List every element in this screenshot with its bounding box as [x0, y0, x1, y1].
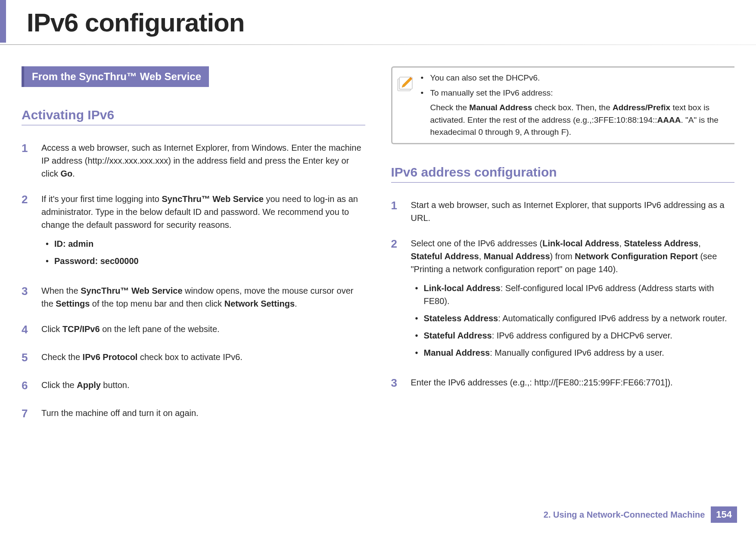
step-6: 6 Click the Apply button. — [22, 377, 365, 394]
bold-label: Stateful Address — [424, 331, 492, 340]
text: check box. Then, the — [532, 103, 613, 112]
bold-netconfig-report: Network Configuration Report — [575, 251, 698, 261]
subsection-ipv6-address-config: IPv6 address configuration — [391, 165, 735, 183]
text: Select one of the IPv6 addresses ( — [411, 239, 543, 248]
bullet-dot: • — [411, 282, 424, 307]
bullet-password: • Password: sec00000 — [41, 255, 365, 267]
step-body: Check the IPv6 Protocol check box to act… — [41, 349, 243, 366]
note-pencil-icon — [397, 74, 415, 92]
bold-ipv6-protocol: IPv6 Protocol — [83, 352, 138, 362]
note-text: You can also set the DHCPv6. — [430, 72, 540, 84]
step-number: 6 — [22, 377, 41, 394]
content-columns: From the SyncThru™ Web Service Activatin… — [0, 45, 756, 433]
step-body: Select one of the IPv6 addresses (Link-l… — [411, 236, 735, 363]
desc: : Manually configured IPv6 address by a … — [490, 348, 664, 357]
address-types-list: • Link-local Address: Self-configured lo… — [411, 282, 735, 359]
bold-go: Go — [60, 169, 72, 178]
footer-page-number: 154 — [711, 506, 737, 523]
bold-id: ID: admin — [54, 239, 93, 248]
text: , — [479, 251, 484, 261]
step-body: Click the Apply button. — [41, 377, 130, 394]
desc: : IPv6 address configured by a DHCPv6 se… — [492, 331, 672, 340]
bold-stateful: Stateful Address — [411, 251, 479, 261]
bullet-dot: • — [41, 255, 54, 267]
note-body: • You can also set the DHCPv6. • To manu… — [421, 72, 731, 139]
bullet-text: Stateless Address: Automatically configu… — [424, 312, 735, 325]
note-bullet-2: • To manually set the IPv6 address: — [421, 87, 731, 99]
bullet-dot: • — [411, 346, 424, 359]
step-number: 4 — [22, 321, 41, 338]
bold-manual: Manual Address — [484, 251, 550, 261]
step-body: If it's your first time logging into Syn… — [41, 191, 365, 272]
bullet-id: • ID: admin — [41, 237, 365, 250]
bullet-dot: • — [41, 237, 54, 250]
bold-manual-address: Manual Address — [469, 103, 532, 112]
bullet-text: ID: admin — [54, 237, 365, 250]
bullet-dot: • — [411, 312, 424, 325]
step-7: 7 Turn the machine off and turn it on ag… — [22, 405, 365, 422]
note-bullet-1: • You can also set the DHCPv6. — [421, 72, 731, 84]
desc: : Automatically configured IPv6 address … — [498, 314, 727, 323]
step-3: 3 Enter the IPv6 addresses (e.g.,: http:… — [391, 375, 735, 391]
bold-stateless: Stateless Address — [624, 239, 699, 248]
text: Check the — [41, 352, 83, 362]
step-1: 1 Start a web browser, such as Internet … — [391, 197, 735, 224]
text: When the — [41, 286, 81, 295]
note-sub-text: Check the Manual Address check box. Then… — [421, 102, 731, 139]
text: Click the — [41, 380, 77, 390]
bullet-dot: • — [411, 329, 424, 342]
text: . — [72, 169, 75, 178]
left-column: From the SyncThru™ Web Service Activatin… — [22, 66, 365, 433]
text: . — [295, 299, 297, 308]
bullet-linklocal: • Link-local Address: Self-configured lo… — [411, 282, 735, 307]
text: If it's your first time logging into — [41, 194, 162, 204]
bold-address-prefix: Address/Prefix — [613, 103, 670, 112]
credentials-list: • ID: admin • Password: sec00000 — [41, 237, 365, 267]
right-column: • You can also set the DHCPv6. • To manu… — [391, 66, 735, 433]
step-2: 2 Select one of the IPv6 addresses (Link… — [391, 236, 735, 363]
footer: 2. Using a Network-Connected Machine 154 — [544, 506, 737, 523]
text: Turn the machine off and turn it on agai… — [41, 408, 199, 418]
step-number: 3 — [391, 375, 411, 391]
text: Access a web browser, such as Internet E… — [41, 143, 361, 178]
text: , — [619, 239, 624, 248]
text: Check the — [430, 103, 470, 112]
text: Enter the IPv6 addresses (e.g.,: http://… — [411, 378, 673, 387]
text: Click — [41, 324, 62, 334]
text: , — [698, 239, 701, 248]
bullet-text: Link-local Address: Self-configured loca… — [424, 282, 735, 307]
bold-network-settings: Network Settings — [224, 299, 295, 308]
step-body: When the SyncThru™ Web Service window op… — [41, 283, 365, 310]
step-4: 4 Click TCP/IPv6 on the left pane of the… — [22, 321, 365, 338]
step-body: Access a web browser, such as Internet E… — [41, 140, 365, 180]
step-number: 1 — [22, 140, 41, 180]
bullet-stateful: • Stateful Address: IPv6 address configu… — [411, 329, 735, 342]
step-body: Click TCP/IPv6 on the left pane of the w… — [41, 321, 220, 338]
bold-apply: Apply — [77, 380, 101, 390]
note-text: To manually set the IPv6 address: — [430, 87, 553, 99]
step-2: 2 If it's your first time logging into S… — [22, 191, 365, 272]
step-number: 2 — [22, 191, 41, 272]
step-number: 3 — [22, 283, 41, 310]
bold-aaaa: AAAA — [657, 115, 681, 124]
text: of the top menu bar and then click — [90, 299, 224, 308]
subsection-activating-ipv6: Activating IPv6 — [22, 108, 365, 125]
step-number: 1 — [391, 197, 411, 224]
section-banner-syncthru: From the SyncThru™ Web Service — [22, 66, 209, 87]
bold-settings: Settings — [56, 299, 90, 308]
bullet-dot: • — [421, 72, 430, 84]
text: ) from — [550, 251, 575, 261]
bold-label: Link-local Address — [424, 283, 501, 293]
step-body: Turn the machine off and turn it on agai… — [41, 405, 199, 422]
bullet-manual: • Manual Address: Manually configured IP… — [411, 346, 735, 359]
step-5: 5 Check the IPv6 Protocol check box to a… — [22, 349, 365, 366]
bullet-text: Stateful Address: IPv6 address configure… — [424, 329, 735, 342]
bold-tcpipv6: TCP/IPv6 — [62, 324, 100, 334]
bullet-text: Manual Address: Manually configured IPv6… — [424, 346, 735, 359]
step-body: Start a web browser, such as Internet Ex… — [411, 197, 735, 224]
step-number: 2 — [391, 236, 411, 363]
bold-password: Password: sec00000 — [54, 256, 139, 266]
step-number: 7 — [22, 405, 41, 422]
note-box: • You can also set the DHCPv6. • To manu… — [391, 66, 735, 144]
step-1: 1 Access a web browser, such as Internet… — [22, 140, 365, 180]
